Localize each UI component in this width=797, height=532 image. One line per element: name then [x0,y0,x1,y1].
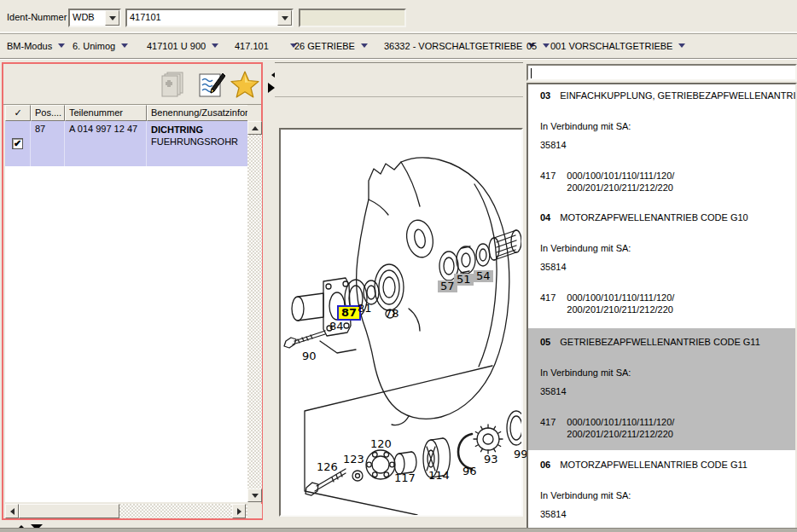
part-callout-117[interactable]: 117 [393,472,416,484]
cell-pos: 87 [31,121,65,166]
part-callout-90[interactable]: 90 [301,350,317,362]
parts-list-panel: ✓ Pos.... Teilenummer Benennung/Zusatzin… [2,62,263,520]
model-codes-line2: 200/201/210/211/212/220 [567,428,674,440]
model-series: 417 [540,292,556,315]
ident-number-value: 417101 [127,10,277,26]
ident-number-label: Ident-Nummer [7,12,67,22]
sa-section-05-selected[interactable]: 05GETRIEBEZAPFWELLENANTRIEB CODE G11 In … [528,328,795,450]
ident-bar: Ident-Nummer WDB 417101 [0,0,797,34]
sa-section-03[interactable]: 03EINFACHKUPPLUNG, GETRIEBEZAPFWELLENANT… [528,84,795,206]
arrow-up-icon [252,123,259,130]
table-header-row: ✓ Pos.... Teilenummer Benennung/Zusatzin… [5,105,247,121]
bottom-splitter-bar[interactable] [0,528,797,532]
chevron-down-icon [543,43,550,51]
ident-dropdown-button[interactable] [277,10,292,26]
diagram-header-strip [275,63,523,97]
nav-item-unimog[interactable]: 6. Unimog [73,40,128,51]
favorites-star-button[interactable] [230,71,259,98]
part-callout-81[interactable]: 81 [357,303,373,315]
part-callout-120[interactable]: 120 [369,438,393,450]
table-header-benennung[interactable]: Benennung/Zusatzinfor [147,105,247,121]
section-code: 06 [540,459,550,471]
arrow-left-icon [7,508,15,515]
cell-part-number: A 014 997 12 47 [65,121,147,166]
table-hscroll-thumb[interactable] [19,504,119,518]
nav-item-model[interactable]: 417101 U 900 [147,40,218,51]
table-header-pos[interactable]: Pos.... [31,105,65,121]
designation-extra: FUEHRUNGSROHR [151,136,243,147]
wdb-prefix-combo[interactable]: WDB [68,9,121,27]
nav-item-illustration[interactable]: 001 VORSCHALTGETRIEBE [550,40,685,51]
table-row[interactable]: ✔ 87 A 014 997 12 47 DICHTRING FUEHRUNGS… [5,121,247,166]
part-callout-51[interactable]: 51 [454,274,474,286]
table-vscroll-down-button[interactable] [247,489,262,502]
part-callout-84[interactable]: 84 [329,321,345,332]
sa-note-label: In Verbindung mit SA: [540,367,795,379]
section-title: EINFACHKUPPLUNG, GETRIEBEZAPFWELLENANTRI… [560,90,797,101]
sa-section-06[interactable]: 06MOTORZAPFWELLENANTRIEB CODE G11 In Ver… [528,450,795,532]
part-callout-126[interactable]: 126 [316,461,339,473]
model-codes-line1: 000/100/101/110/111/120/ [567,416,674,428]
sa-note-label: In Verbindung mit SA: [540,242,795,254]
chevron-down-icon [212,43,218,51]
model-codes-line1: 000/100/101/110/111/120/ [567,292,674,304]
section-title: MOTORZAPFWELLENANTRIEB CODE G11 [560,459,748,471]
wdb-dropdown-button[interactable] [105,10,119,26]
section-title: MOTORZAPFWELLENANTRIEB CODE G10 [560,211,748,223]
chevron-down-icon [361,43,368,51]
model-codes-line1: 000/100/101/110/111/120/ [567,170,674,182]
parts-table: ✓ Pos.... Teilenummer Benennung/Zusatzin… [5,105,247,502]
wdb-prefix-value: WDB [70,10,105,26]
row-checkbox[interactable]: ✔ [12,138,23,149]
table-hscroll-left-button[interactable] [5,504,19,518]
section-code: 03 [540,90,550,101]
sa-note-label: In Verbindung mit SA: [540,489,795,501]
sa-code: 35814 [540,139,795,151]
part-callout-96[interactable]: 96 [462,466,478,477]
sa-code: 35814 [540,261,795,273]
nav-item-type[interactable]: 417.101 [235,40,297,51]
sa-code: 35814 [540,508,795,520]
favorites-star-icon [230,71,259,98]
parts-toolbar [3,64,261,105]
nav-item-bm-modus[interactable]: BM-Modus [7,40,65,51]
section-title: GETRIEBEZAPFWELLENANTRIEB CODE G11 [560,336,760,348]
text-caret [531,68,532,78]
sa-code: 35814 [540,385,795,397]
arrow-down-icon [252,494,259,501]
table-vscrollbar-track[interactable] [247,121,262,502]
nav-item-subgroup[interactable]: 36332 - VORSCHALTGETRIEBE [384,40,535,51]
nav-item-page[interactable]: 05 [526,40,550,51]
section-code: 04 [540,211,550,223]
ident-number-combo[interactable]: 417101 [125,9,294,27]
section-filter-input[interactable] [526,64,797,81]
part-callout-78[interactable]: 78 [384,308,400,320]
designation-main: DICHTRING [151,124,243,136]
chevron-down-icon [121,43,128,51]
table-header-teilenummer[interactable]: Teilenummer [65,105,147,121]
sa-section-list: 03EINFACHKUPPLUNG, GETRIEBEZAPFWELLENANT… [526,83,797,532]
sa-info-panel: 03EINFACHKUPPLUNG, GETRIEBEZAPFWELLENANT… [526,62,797,532]
sa-note-label: In Verbindung mit SA: [540,120,795,132]
cell-designation: DICHTRING FUEHRUNGSROHR [147,121,247,166]
part-callout-93[interactable]: 93 [483,454,499,466]
part-callout-123[interactable]: 123 [342,454,365,466]
model-series: 417 [540,416,556,440]
part-callout-54[interactable]: 54 [474,270,493,282]
arrow-right-icon [237,508,245,515]
copy-pages-button [157,71,188,99]
scrollbar-corner [247,504,262,518]
aux-disabled-input [299,9,406,27]
table-header-check[interactable]: ✓ [5,105,31,121]
table-vscroll-up-button[interactable] [247,121,262,135]
nav-item-group[interactable]: 26 GETRIEBE [294,40,368,51]
chevron-down-icon [678,43,685,51]
edit-notes-button[interactable] [199,72,225,98]
model-codes-line2: 200/201/210/211/212/220 [567,182,674,194]
diagram-panel: 84 87 81 78 90 57 51 54 120 123 126 117 … [275,62,523,520]
navigation-bar: BM-Modus 6. Unimog 417101 U 900 417.101 … [0,34,797,59]
diagram-canvas[interactable]: 84 87 81 78 90 57 51 54 120 123 126 117 … [279,128,523,517]
sa-section-04[interactable]: 04MOTORZAPFWELLENANTRIEB CODE G10 In Ver… [528,206,795,328]
part-callout-114[interactable]: 114 [428,470,451,482]
table-hscroll-right-button[interactable] [232,504,246,518]
